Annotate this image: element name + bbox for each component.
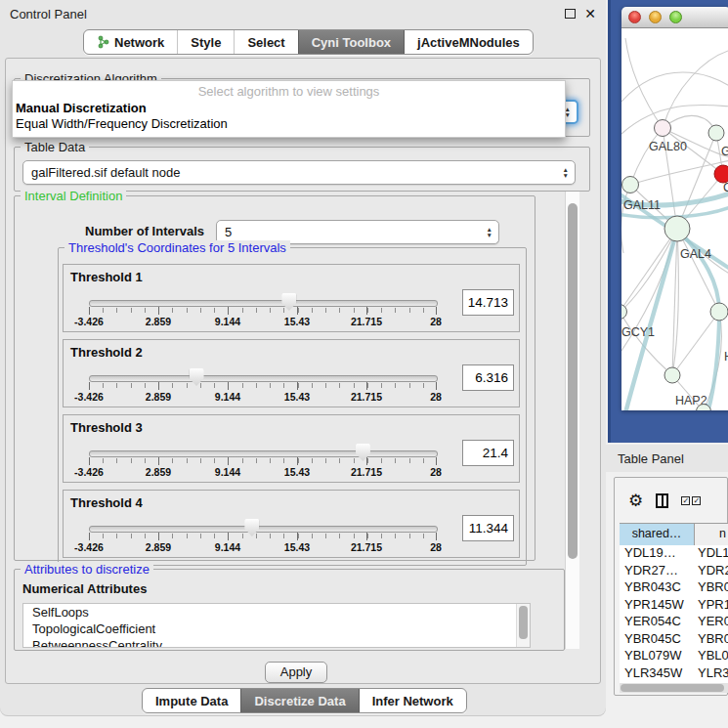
bottom-tab-strip: Impute DataDiscretize DataInfer Network [142, 688, 467, 713]
threshold-block: Threshold 2-3.4262.8599.14415.4321.71528… [63, 339, 520, 407]
tab-discretize-data[interactable]: Discretize Data [240, 689, 358, 712]
threshold-label: Threshold 1 [70, 270, 143, 284]
cell-shared-name: YLR345W [620, 665, 694, 683]
panel-scrollbar-thumb[interactable] [568, 203, 578, 559]
network-node[interactable] [655, 120, 671, 137]
threshold-block: Threshold 4-3.4262.8599.14415.4321.71528… [63, 490, 520, 558]
attributes-scrollbar-thumb[interactable] [519, 606, 528, 639]
slider-tick-label: -3.426 [58, 391, 120, 403]
network-node[interactable] [664, 216, 690, 241]
network-node[interactable] [708, 125, 724, 141]
network-graph[interactable]: GAL80GACGAL11GAL4GCY1HHAP2 [621, 28, 728, 410]
minimize-button[interactable] [649, 11, 662, 23]
network-edge [630, 128, 663, 185]
slider-tick-label: 21.715 [335, 466, 398, 478]
network-edge [621, 229, 677, 312]
table-row[interactable]: YER054CYER0 [620, 614, 728, 631]
table-row[interactable]: YDR27…YDR2 [620, 563, 728, 580]
table-row[interactable]: YBL079WYBL0 [620, 648, 728, 665]
checkbox-icon[interactable]: ✓ [681, 496, 690, 505]
slider-major-tick [158, 382, 159, 390]
cell-shared-name: YBR043C [620, 579, 694, 597]
slider-track[interactable] [89, 450, 438, 457]
threshold-value-field[interactable]: 21.4 [462, 440, 514, 466]
table-row[interactable]: YLR345WYLR3 [620, 665, 728, 683]
tab-label: Style [191, 35, 221, 50]
gear-icon[interactable]: ⚙ [628, 492, 643, 509]
slider-major-tick [89, 307, 90, 315]
apply-button[interactable]: Apply [265, 662, 327, 683]
cell-shared-name: YER054C [620, 614, 694, 631]
attribute-list-item[interactable]: SelfLoops [23, 604, 530, 621]
table-header: shared… n [620, 523, 728, 546]
threshold-value-field[interactable]: 14.713 [462, 289, 514, 316]
threshold-value-field[interactable]: 11.344 [462, 515, 514, 541]
network-node[interactable] [710, 303, 728, 321]
network-node-label: GAL11 [623, 198, 661, 212]
tab-select[interactable]: Select [234, 30, 297, 54]
tab-label: Infer Network [372, 694, 453, 708]
attribute-list-item[interactable]: TopologicalCoefficient [23, 621, 530, 637]
network-node-label: GAL80 [649, 140, 687, 153]
slider-tick-label: 9.144 [196, 541, 259, 553]
tab-label: Network [114, 35, 164, 50]
table-hscrollbar-thumb[interactable] [621, 684, 724, 692]
tab-label: Select [247, 35, 284, 50]
slider-major-tick [158, 533, 159, 540]
table-panel-titlebar: Table Panel [606, 445, 728, 472]
slider-major-tick [436, 457, 437, 465]
attributes-scrollbar[interactable] [516, 604, 530, 647]
control-panel-titlebar: Control Panel ✕ [0, 0, 606, 27]
slider-minor-ticks [89, 308, 437, 313]
checkbox-icons[interactable]: ✓ ✓ [681, 496, 701, 505]
tab-infer-network[interactable]: Infer Network [359, 689, 466, 712]
tab-label: Discretize Data [254, 694, 345, 708]
tab-impute-data[interactable]: Impute Data [143, 689, 240, 712]
network-canvas[interactable]: GAL80GACGAL11GAL4GCY1HHAP2 [621, 28, 728, 410]
panel-scrollbar[interactable] [565, 192, 579, 649]
tab-jactivemnodules[interactable]: jActiveMNodules [404, 30, 533, 54]
close-button[interactable] [628, 11, 641, 23]
table-data-group: Table Data galFiltered.sif default node … [14, 147, 590, 192]
tab-network[interactable]: Network [84, 30, 177, 54]
cell-shared-name: YDL19… [620, 545, 694, 563]
tab-style[interactable]: Style [177, 30, 234, 54]
table-row[interactable]: YPR145WYPR1 [620, 597, 728, 615]
slider-major-tick [436, 382, 437, 390]
slider-track[interactable] [89, 526, 438, 533]
close-panel-icon[interactable]: ✕ [584, 8, 596, 20]
slider-major-tick [228, 533, 229, 540]
slider-tick-label: 21.715 [335, 541, 398, 553]
slider-major-tick [297, 382, 298, 390]
algorithm-option[interactable]: Equal Width/Frequency Discretization [16, 116, 228, 131]
float-window-icon[interactable] [565, 9, 576, 19]
numerical-attributes-list[interactable]: SelfLoopsTopologicalCoefficientBetweenne… [22, 603, 531, 648]
column-header-shared-name[interactable]: shared… [620, 524, 695, 545]
slider-track[interactable] [89, 300, 438, 307]
table-row[interactable]: YBR045CYBR0 [620, 631, 728, 649]
table-hscrollbar[interactable] [620, 683, 728, 693]
interval-definition-title: Interval Definition [21, 189, 126, 203]
table-data-combobox[interactable]: galFiltered.sif default node ▲▼ [22, 160, 576, 185]
cell-shared-name: YBL079W [620, 648, 694, 665]
attribute-list-item[interactable]: BetweennessCentrality [23, 637, 530, 648]
table-row[interactable]: YBR043CYBR0 [620, 579, 728, 597]
checkbox-icon[interactable]: ✓ [692, 496, 701, 505]
slider-major-tick [158, 307, 159, 315]
zoom-button[interactable] [669, 11, 682, 23]
network-edge [677, 229, 719, 312]
cell-name: YDL1 [694, 545, 728, 563]
tab-cyni-toolbox[interactable]: Cyni Toolbox [298, 30, 404, 54]
table-row[interactable]: YDL19…YDL1 [620, 545, 728, 563]
panel-title: Control Panel [10, 7, 87, 21]
column-header-name[interactable]: n [695, 524, 728, 545]
slider-track[interactable] [89, 375, 438, 382]
threshold-block: Threshold 1-3.4262.8599.14415.4321.71528… [63, 264, 520, 332]
threshold-value-field[interactable]: 6.316 [462, 364, 514, 391]
columns-icon[interactable] [656, 493, 668, 508]
network-node[interactable] [664, 367, 680, 383]
slider-tick-label: -3.426 [58, 316, 120, 327]
slider-tick-label: 28 [405, 466, 467, 478]
algorithm-option[interactable]: Manual Discretization [16, 101, 147, 115]
network-node[interactable] [622, 177, 639, 193]
